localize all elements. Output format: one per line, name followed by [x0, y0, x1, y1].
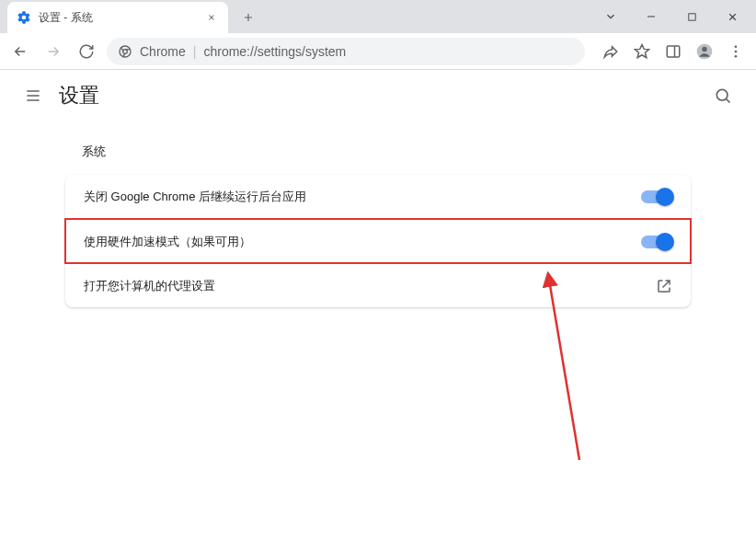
window-close-button[interactable] — [712, 3, 752, 30]
chevron-down-icon[interactable] — [590, 3, 631, 30]
settings-content: 系统 关闭 Google Chrome 后继续运行后台应用 使用硬件加速模式（如… — [65, 144, 691, 307]
bookmark-button[interactable] — [627, 37, 657, 66]
nav-reload-button[interactable] — [72, 37, 101, 66]
svg-point-7 — [735, 50, 738, 52]
tab-close-icon[interactable] — [204, 10, 219, 25]
section-title: 系统 — [82, 144, 691, 160]
window-controls — [590, 0, 752, 33]
search-button[interactable] — [704, 77, 741, 114]
settings-header: 设置 — [0, 70, 756, 121]
row-label: 关闭 Google Chrome 后继续运行后台应用 — [84, 189, 641, 205]
chrome-logo-icon — [118, 44, 132, 59]
window-minimize-button[interactable] — [631, 3, 671, 30]
omnibox-url: chrome://settings/system — [203, 44, 346, 59]
open-external-icon — [656, 278, 672, 294]
svg-rect-3 — [667, 46, 680, 57]
row-label: 使用硬件加速模式（如果可用） — [84, 234, 641, 250]
settings-card: 关闭 Google Chrome 后继续运行后台应用 使用硬件加速模式（如果可用… — [65, 175, 691, 307]
row-background-apps: 关闭 Google Chrome 后继续运行后台应用 — [65, 175, 691, 219]
omnibox[interactable]: Chrome | chrome://settings/system — [107, 38, 585, 65]
browser-toolbar: Chrome | chrome://settings/system — [0, 33, 756, 70]
toggle-hardware-acceleration[interactable] — [641, 236, 672, 248]
profile-button[interactable] — [690, 37, 719, 66]
nav-back-button[interactable] — [6, 37, 35, 66]
window-maximize-button[interactable] — [671, 3, 712, 30]
row-label: 打开您计算机的代理设置 — [84, 278, 656, 294]
omnibox-separator: | — [193, 44, 197, 59]
toggle-background-apps[interactable] — [641, 190, 672, 203]
gear-icon — [17, 10, 31, 25]
page-title: 设置 — [59, 82, 99, 109]
kebab-menu-button[interactable] — [721, 37, 750, 66]
svg-point-8 — [735, 54, 738, 57]
new-tab-button[interactable] — [235, 5, 261, 30]
browser-tab[interactable]: 设置 - 系统 — [7, 2, 228, 33]
tab-strip: 设置 - 系统 — [0, 0, 756, 33]
tab-title: 设置 - 系统 — [39, 10, 204, 26]
svg-rect-0 — [688, 13, 694, 19]
share-button[interactable] — [596, 37, 625, 66]
row-proxy-settings[interactable]: 打开您计算机的代理设置 — [65, 263, 691, 307]
row-hardware-acceleration: 使用硬件加速模式（如果可用） — [65, 219, 691, 263]
svg-point-5 — [702, 46, 706, 51]
sidepanel-button[interactable] — [659, 37, 688, 66]
svg-point-6 — [735, 45, 738, 48]
nav-forward-button[interactable] — [39, 37, 68, 66]
svg-point-9 — [716, 89, 727, 100]
hamburger-menu-button[interactable] — [15, 77, 52, 114]
svg-point-2 — [123, 49, 128, 53]
omnibox-origin: Chrome — [140, 44, 186, 59]
